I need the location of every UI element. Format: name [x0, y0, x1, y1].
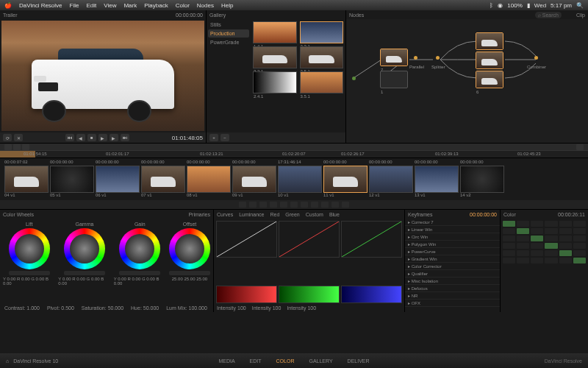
- color-swatch[interactable]: [559, 243, 572, 249]
- curve-green[interactable]: [341, 221, 402, 258]
- menu-playback[interactable]: Playback: [144, 2, 168, 9]
- spotlight-icon[interactable]: 🔍: [576, 2, 584, 9]
- node-corrector[interactable]: 5: [476, 52, 503, 69]
- gallery-tab-powergrade[interactable]: PowerGrade: [208, 38, 249, 46]
- app-name[interactable]: DaVinci Resolve: [19, 2, 62, 9]
- color-swatch[interactable]: [573, 221, 586, 227]
- next-clip-icon[interactable]: ⏭: [121, 134, 129, 141]
- tool-icon[interactable]: [270, 202, 277, 208]
- color-swatch[interactable]: [559, 221, 572, 227]
- clock-day[interactable]: Wed: [534, 2, 546, 9]
- stop-icon[interactable]: ■: [87, 134, 96, 141]
- keyframe-row[interactable]: ▸ Gradient Win: [405, 255, 500, 263]
- page-tab-edit[interactable]: EDIT: [244, 357, 268, 365]
- param-lummix[interactable]: Lum Mix: 100.000: [166, 305, 207, 311]
- color-swatch[interactable]: [517, 258, 529, 263]
- color-swatch[interactable]: [517, 250, 529, 256]
- step-fwd-icon[interactable]: ▶: [110, 134, 118, 141]
- node-input-dot[interactable]: [352, 77, 356, 80]
- color-swatch[interactable]: [531, 236, 543, 241]
- color-swatch[interactable]: [503, 250, 515, 256]
- color-swatch[interactable]: [517, 228, 529, 234]
- nodes-canvas[interactable]: 1 7 Parallel Splitter 4 5 6 Combiner: [346, 19, 588, 143]
- gallery-thumb[interactable]: 3.2.1: [253, 46, 297, 68]
- color-swatch[interactable]: [545, 243, 557, 249]
- tool-icon[interactable]: [331, 202, 339, 208]
- color-swatch[interactable]: [531, 250, 543, 256]
- gallery-tab-stills[interactable]: Stills: [208, 21, 249, 29]
- color-swatch[interactable]: [517, 243, 529, 249]
- tool-icon[interactable]: [321, 202, 329, 208]
- home-icon[interactable]: ⌂: [6, 358, 9, 364]
- timeline-zoom-icon[interactable]: [576, 144, 584, 150]
- battery-icon[interactable]: ▮: [527, 2, 530, 9]
- node-combiner-dot[interactable]: [534, 56, 538, 60]
- color-swatch[interactable]: [573, 228, 586, 234]
- step-back-icon[interactable]: ◀: [76, 134, 85, 141]
- clip-thumb[interactable]: 00:00:00:0006 v1: [96, 160, 140, 199]
- page-tab-gallery[interactable]: GALLERY: [303, 357, 338, 365]
- color-swatch[interactable]: [531, 258, 543, 263]
- curves-tab[interactable]: Red: [270, 212, 279, 217]
- bluetooth-icon[interactable]: ᛒ: [490, 2, 493, 9]
- color-swatch[interactable]: [545, 250, 557, 256]
- mute-icon[interactable]: ✕: [14, 134, 23, 141]
- color-swatch[interactable]: [531, 221, 543, 227]
- color-swatch[interactable]: [545, 228, 557, 234]
- page-tab-color[interactable]: COLOR: [270, 357, 301, 365]
- node-splitter-dot[interactable]: [436, 56, 440, 60]
- color-wheel-lift[interactable]: LiftY 0.00 R 0.00 G 0.00 B 0.00: [3, 222, 55, 300]
- nodes-clip-label[interactable]: Clip: [576, 13, 585, 18]
- node-corrector[interactable]: 6: [476, 71, 503, 88]
- menu-mark[interactable]: Mark: [123, 2, 137, 9]
- color-swatch[interactable]: [573, 236, 586, 241]
- color-swatch[interactable]: [559, 228, 572, 234]
- project-name[interactable]: DaVinci Resolve 10: [13, 358, 58, 364]
- gallery-thumb[interactable]: 2.5.1: [300, 46, 344, 68]
- viewer-image[interactable]: [1, 21, 204, 131]
- node-corrector[interactable]: 4: [476, 32, 503, 50]
- clock-time[interactable]: 5:17 pm: [551, 2, 572, 9]
- keyframe-row[interactable]: ▸ OFX: [405, 300, 500, 307]
- timeline-ruler[interactable]: 01:01:54:15 01:02:01:17 01:02:13:21 01:0…: [0, 150, 588, 158]
- color-swatch[interactable]: [503, 228, 515, 234]
- color-swatch[interactable]: [559, 250, 572, 256]
- color-swatch[interactable]: [531, 243, 543, 249]
- nodes-search[interactable]: ⌕ Search: [535, 12, 562, 18]
- play-icon[interactable]: ▶: [98, 134, 107, 141]
- gallery-remove-icon[interactable]: −: [220, 134, 229, 141]
- color-wheel-gamma[interactable]: GammaY 0.00 R 0.00 G 0.00 B 0.00: [58, 222, 110, 300]
- keyframe-row[interactable]: ▸ Polygon Win: [405, 241, 500, 248]
- keyframe-row[interactable]: ▸ Linear Win: [405, 226, 500, 233]
- menu-edit[interactable]: Edit: [86, 2, 96, 9]
- curve-mini[interactable]: [341, 286, 402, 303]
- color-swatch[interactable]: [573, 250, 586, 256]
- tool-icon[interactable]: [342, 202, 349, 208]
- color-swatch[interactable]: [545, 221, 557, 227]
- gallery-thumb[interactable]: 1.4.1: [253, 21, 297, 43]
- prev-clip-icon[interactable]: ⏮: [65, 134, 74, 141]
- curve-mini[interactable]: [216, 286, 277, 303]
- menu-help[interactable]: Help: [221, 2, 233, 9]
- tool-icon[interactable]: [239, 202, 246, 208]
- curves-tab[interactable]: Luminance: [239, 212, 264, 217]
- keyframe-row[interactable]: ▸ NR: [405, 292, 500, 300]
- color-wheel-offset[interactable]: Offset25.00 25.00 25.00: [169, 222, 210, 300]
- keyframe-row[interactable]: ▸ Corrector 7: [405, 219, 500, 226]
- keyframe-row[interactable]: ▸ Qualifier: [405, 270, 500, 277]
- curve-red[interactable]: [279, 221, 340, 258]
- tool-icon[interactable]: [249, 202, 257, 208]
- color-swatch[interactable]: [545, 236, 557, 241]
- tool-icon[interactable]: [259, 202, 267, 208]
- keyframe-row[interactable]: ▸ Circ Win: [405, 233, 500, 241]
- timeline-icon[interactable]: [13, 144, 21, 150]
- color-swatch[interactable]: [503, 236, 515, 241]
- wifi-icon[interactable]: ◉: [498, 2, 503, 9]
- param-contrast[interactable]: Contrast: 1.000: [4, 305, 40, 311]
- keyframe-row[interactable]: ▸ Color Corrector: [405, 263, 500, 270]
- clip-thumb[interactable]: 00:00:00:0012 v1: [369, 160, 413, 199]
- clip-thumb[interactable]: 00:00:00:0011 v1: [323, 160, 368, 199]
- wheels-primaries-tab[interactable]: Primaries: [188, 212, 210, 217]
- keyframe-row[interactable]: ▸ Defocus: [405, 285, 500, 292]
- keyframe-row[interactable]: ▸ Misc Isolation: [405, 277, 500, 285]
